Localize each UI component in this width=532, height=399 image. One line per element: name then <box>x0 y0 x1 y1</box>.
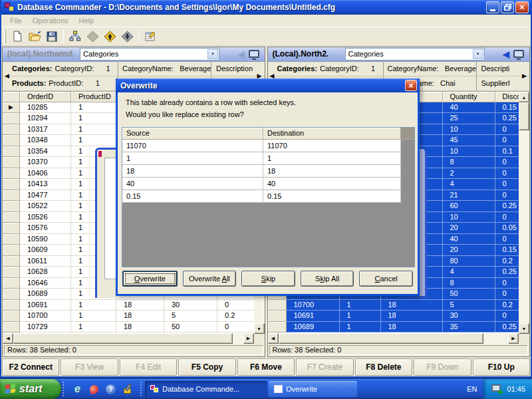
button-skip[interactable]: Skip <box>241 271 295 287</box>
scroll-left-icon[interactable]: ◀ <box>268 333 279 344</box>
row-header[interactable] <box>3 113 20 124</box>
scroll-right-icon[interactable]: ▶ <box>508 333 519 344</box>
fnkey-f2[interactable]: F2 Connect <box>2 358 59 376</box>
combo-dropdown-icon[interactable]: ▼ <box>473 49 483 59</box>
table-cell[interactable]: 0.25 <box>495 113 520 124</box>
back-arrow-icon[interactable]: ◀ <box>238 49 245 59</box>
table-cell[interactable]: 10370 <box>20 157 71 168</box>
table-cell[interactable]: 10628 <box>20 267 71 278</box>
title-bar[interactable]: Database Commander - D:\Documents and Se… <box>1 0 531 15</box>
table-cell[interactable]: 0.25 <box>495 322 520 333</box>
table-cell[interactable]: 35 <box>443 322 495 333</box>
row-header[interactable] <box>3 311 20 322</box>
table-cell[interactable]: 10317 <box>20 124 71 136</box>
row-header[interactable] <box>3 256 20 267</box>
scroll-thumb[interactable] <box>519 102 529 130</box>
table-cell[interactable]: 40 <box>443 102 495 114</box>
table-cell[interactable]: 1 <box>71 113 116 124</box>
table-cell[interactable]: 0 <box>495 212 520 223</box>
grid-column-header[interactable]: Discount <box>495 92 520 102</box>
right-vertical-scrollbar[interactable]: ▲ ▼ <box>519 92 529 334</box>
dialog-close-button[interactable]: × <box>405 80 417 91</box>
grid-column-header[interactable]: Quantity <box>443 92 495 102</box>
dialog-list-row[interactable]: 11 <box>122 152 414 165</box>
taskbar-task[interactable]: Overwrite <box>269 381 357 397</box>
fnkey-f5[interactable]: F5 Copy <box>178 358 235 376</box>
table-cell[interactable]: 4 <box>443 179 495 190</box>
table-cell[interactable]: 1 <box>340 311 381 322</box>
menu-help[interactable]: Help <box>74 15 99 26</box>
right-table-combo[interactable]: Categories ▼ <box>345 48 485 61</box>
table-cell[interactable]: 0 <box>495 135 520 146</box>
table-cell[interactable]: 10522 <box>20 201 71 212</box>
diamond-down-gray-icon[interactable] <box>118 28 136 45</box>
table-cell[interactable]: 0 <box>495 124 520 136</box>
table-row[interactable]: 10729118500 <box>3 322 265 333</box>
table-row[interactable]: 1070011850.2 <box>3 311 265 322</box>
table-cell[interactable]: 10 <box>443 212 495 223</box>
row-header[interactable] <box>3 157 20 168</box>
scroll-thumb[interactable] <box>13 333 233 344</box>
table-cell[interactable]: 60 <box>443 201 495 212</box>
button-overwrite-all[interactable]: Overwrite All <box>183 271 237 287</box>
table-cell[interactable]: 10700 <box>20 311 71 322</box>
table-cell[interactable]: 0.2 <box>495 256 520 267</box>
button-cancel[interactable]: Cancel <box>359 271 413 287</box>
menu-operations[interactable]: Operations <box>28 15 73 26</box>
minimize-button[interactable] <box>486 1 499 13</box>
table-cell[interactable]: 10576 <box>20 223 71 234</box>
table-cell[interactable]: 10294 <box>20 113 71 124</box>
table-row[interactable]: 10691118300 <box>3 300 265 311</box>
row-header[interactable] <box>268 311 287 322</box>
restore-button[interactable] <box>501 1 514 13</box>
row-header[interactable] <box>3 300 20 311</box>
record-prev-icon[interactable]: ◀ <box>5 72 9 79</box>
language-indicator[interactable]: EN <box>460 385 483 393</box>
table-cell[interactable]: 10354 <box>20 146 71 158</box>
table-cell[interactable]: 8 <box>443 157 495 168</box>
table-cell[interactable]: 1 <box>71 102 116 114</box>
close-button[interactable]: × <box>515 1 529 13</box>
toolbar-handle[interactable] <box>4 30 6 43</box>
diamond-gray-icon[interactable] <box>84 28 101 45</box>
table-cell[interactable]: 10 <box>443 146 495 158</box>
table-row[interactable]: 10689118350.25 <box>268 322 530 333</box>
open-folder-icon[interactable] <box>26 28 43 45</box>
dialog-list-row[interactable]: 1107011070 <box>122 140 414 152</box>
table-cell[interactable]: 10609 <box>20 245 71 256</box>
column-header-source[interactable]: Source <box>122 128 263 140</box>
dialog-list-row[interactable]: 1818 <box>122 165 414 178</box>
fnkey-f6[interactable]: F6 Move <box>237 358 295 376</box>
scroll-up-icon[interactable]: ▲ <box>519 92 529 102</box>
row-header[interactable] <box>3 201 20 212</box>
scroll-thumb[interactable] <box>279 333 483 344</box>
monitor-icon[interactable] <box>249 50 259 58</box>
removable-device-icon[interactable]: ▶ <box>491 384 502 394</box>
left-horizontal-scrollbar[interactable]: ◀ ▶ <box>3 333 265 344</box>
row-header[interactable] <box>3 223 20 234</box>
table-cell[interactable]: 0 <box>217 322 255 333</box>
tools-icon[interactable] <box>122 384 133 395</box>
table-cell[interactable]: 0 <box>495 278 520 289</box>
table-cell[interactable]: 1 <box>71 311 116 322</box>
table-cell[interactable]: 0.25 <box>495 201 520 212</box>
table-cell[interactable]: 80 <box>443 256 495 267</box>
table-row[interactable]: 1070011850.2 <box>268 300 530 311</box>
msn-icon[interactable] <box>88 384 100 395</box>
row-header[interactable] <box>3 212 20 223</box>
table-cell[interactable]: 0 <box>495 179 520 190</box>
row-header[interactable] <box>3 322 20 333</box>
table-cell[interactable]: 5 <box>164 311 217 322</box>
diamond-up-yellow-icon[interactable] <box>101 28 118 45</box>
table-cell[interactable]: 10526 <box>20 212 71 223</box>
scroll-down-icon[interactable]: ▼ <box>254 323 265 334</box>
table-row[interactable]: 10691118300 <box>268 311 530 322</box>
table-cell[interactable]: 10646 <box>20 278 71 289</box>
table-cell[interactable]: 0.25 <box>495 267 520 278</box>
dialog-list-row[interactable]: 4040 <box>122 178 414 190</box>
row-header[interactable] <box>3 146 20 158</box>
fnkey-f9[interactable]: F9 Down <box>414 358 471 376</box>
table-cell[interactable]: 0.2 <box>217 311 255 322</box>
fnkey-f10[interactable]: F10 Up <box>473 358 530 376</box>
table-cell[interactable]: 10413 <box>20 179 71 190</box>
